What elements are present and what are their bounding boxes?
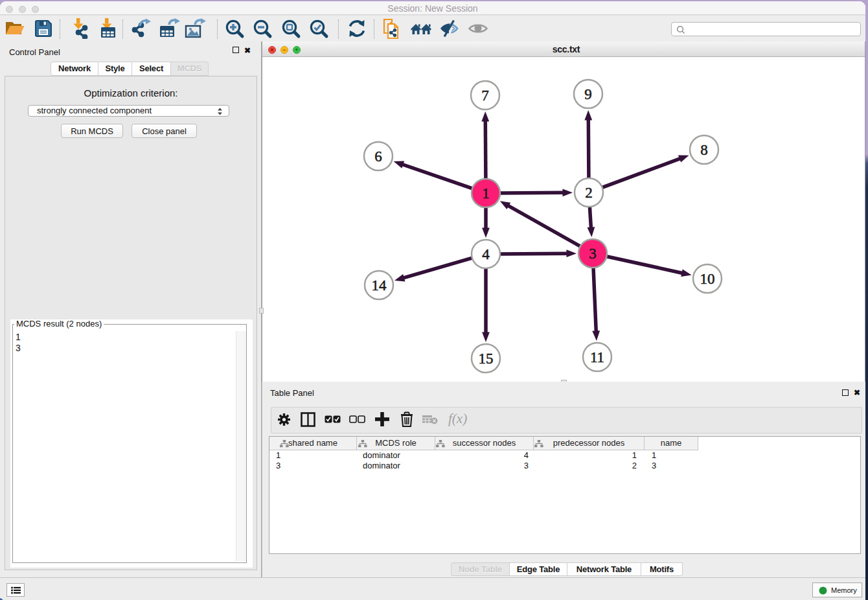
- svg-text:7: 7: [481, 87, 489, 104]
- svg-text:3: 3: [589, 246, 597, 262]
- svg-text:4: 4: [482, 246, 490, 262]
- svg-text:8: 8: [700, 142, 708, 158]
- svg-text:1: 1: [482, 185, 490, 202]
- svg-text:11: 11: [590, 349, 604, 365]
- svg-text:6: 6: [374, 148, 382, 165]
- svg-text:14: 14: [372, 277, 387, 294]
- svg-text:15: 15: [479, 351, 494, 367]
- svg-text:9: 9: [584, 86, 592, 102]
- svg-text:2: 2: [585, 185, 593, 201]
- svg-text:10: 10: [700, 271, 715, 287]
